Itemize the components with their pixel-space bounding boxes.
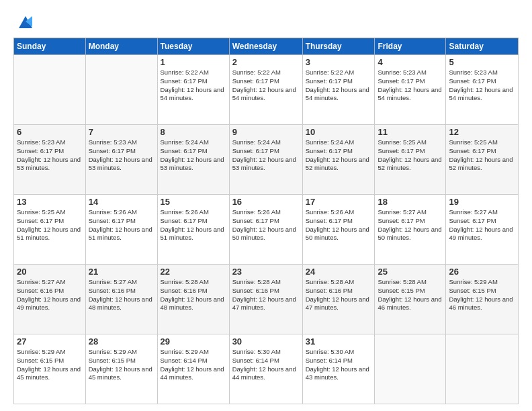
- col-header-friday: Friday: [375, 38, 446, 55]
- day-info: Sunrise: 5:28 AM Sunset: 6:16 PM Dayligh…: [306, 278, 372, 312]
- day-cell: 28Sunrise: 5:29 AM Sunset: 6:15 PM Dayli…: [85, 334, 157, 404]
- day-number: 12: [449, 127, 515, 137]
- day-info: Sunrise: 5:22 AM Sunset: 6:17 PM Dayligh…: [161, 68, 226, 103]
- day-number: 10: [306, 127, 372, 137]
- day-cell: 27Sunrise: 5:29 AM Sunset: 6:15 PM Dayli…: [14, 334, 86, 404]
- day-info: Sunrise: 5:22 AM Sunset: 6:17 PM Dayligh…: [306, 68, 372, 103]
- day-number: 5: [449, 57, 515, 67]
- col-header-tuesday: Tuesday: [157, 38, 229, 55]
- day-number: 18: [378, 197, 443, 207]
- day-info: Sunrise: 5:29 AM Sunset: 6:14 PM Dayligh…: [161, 348, 226, 382]
- day-number: 31: [306, 336, 372, 347]
- day-info: Sunrise: 5:24 AM Sunset: 6:17 PM Dayligh…: [232, 138, 300, 173]
- day-info: Sunrise: 5:23 AM Sunset: 6:17 PM Dayligh…: [449, 68, 515, 103]
- day-cell: 11Sunrise: 5:25 AM Sunset: 6:17 PM Dayli…: [375, 125, 446, 195]
- day-cell: 8Sunrise: 5:24 AM Sunset: 6:17 PM Daylig…: [157, 125, 229, 195]
- day-number: 28: [89, 336, 154, 347]
- day-cell: 30Sunrise: 5:30 AM Sunset: 6:14 PM Dayli…: [229, 334, 302, 404]
- day-number: 27: [17, 336, 83, 347]
- calendar-header-row: SundayMondayTuesdayWednesdayThursdayFrid…: [14, 38, 519, 55]
- day-cell: 13Sunrise: 5:25 AM Sunset: 6:17 PM Dayli…: [14, 195, 86, 265]
- day-number: 13: [17, 197, 83, 207]
- day-info: Sunrise: 5:24 AM Sunset: 6:17 PM Dayligh…: [161, 138, 226, 173]
- day-info: Sunrise: 5:30 AM Sunset: 6:14 PM Dayligh…: [306, 348, 372, 382]
- day-cell: 7Sunrise: 5:23 AM Sunset: 6:17 PM Daylig…: [85, 125, 157, 195]
- day-info: Sunrise: 5:28 AM Sunset: 6:16 PM Dayligh…: [161, 278, 226, 312]
- day-cell: 5Sunrise: 5:23 AM Sunset: 6:17 PM Daylig…: [446, 55, 519, 125]
- day-cell: 15Sunrise: 5:26 AM Sunset: 6:17 PM Dayli…: [157, 195, 229, 265]
- day-cell: 23Sunrise: 5:28 AM Sunset: 6:16 PM Dayli…: [229, 265, 302, 334]
- day-info: Sunrise: 5:28 AM Sunset: 6:15 PM Dayligh…: [378, 278, 443, 312]
- day-cell: 6Sunrise: 5:23 AM Sunset: 6:17 PM Daylig…: [14, 125, 86, 195]
- day-cell: 2Sunrise: 5:22 AM Sunset: 6:17 PM Daylig…: [229, 55, 302, 125]
- week-row-3: 13Sunrise: 5:25 AM Sunset: 6:17 PM Dayli…: [14, 195, 519, 265]
- col-header-thursday: Thursday: [302, 38, 375, 55]
- day-info: Sunrise: 5:26 AM Sunset: 6:17 PM Dayligh…: [161, 208, 226, 242]
- day-info: Sunrise: 5:22 AM Sunset: 6:17 PM Dayligh…: [232, 68, 300, 103]
- day-cell: 19Sunrise: 5:27 AM Sunset: 6:17 PM Dayli…: [446, 195, 519, 265]
- day-info: Sunrise: 5:23 AM Sunset: 6:17 PM Dayligh…: [17, 138, 83, 173]
- day-number: 14: [89, 197, 154, 207]
- day-number: 19: [449, 197, 515, 207]
- day-info: Sunrise: 5:27 AM Sunset: 6:16 PM Dayligh…: [17, 278, 83, 312]
- day-number: 30: [232, 336, 300, 347]
- day-number: 11: [378, 127, 443, 137]
- logo: [13, 12, 35, 31]
- day-info: Sunrise: 5:29 AM Sunset: 6:15 PM Dayligh…: [17, 348, 83, 382]
- day-cell: 9Sunrise: 5:24 AM Sunset: 6:17 PM Daylig…: [229, 125, 302, 195]
- day-info: Sunrise: 5:25 AM Sunset: 6:17 PM Dayligh…: [449, 138, 515, 173]
- day-info: Sunrise: 5:26 AM Sunset: 6:17 PM Dayligh…: [306, 208, 372, 242]
- day-number: 6: [17, 127, 83, 137]
- day-cell: 24Sunrise: 5:28 AM Sunset: 6:16 PM Dayli…: [302, 265, 375, 334]
- week-row-2: 6Sunrise: 5:23 AM Sunset: 6:17 PM Daylig…: [14, 125, 519, 195]
- day-number: 4: [378, 57, 443, 67]
- day-cell: 22Sunrise: 5:28 AM Sunset: 6:16 PM Dayli…: [157, 265, 229, 334]
- calendar-table: SundayMondayTuesdayWednesdayThursdayFrid…: [13, 38, 519, 404]
- day-number: 26: [449, 267, 515, 277]
- day-cell: 12Sunrise: 5:25 AM Sunset: 6:17 PM Dayli…: [446, 125, 519, 195]
- day-number: 20: [17, 267, 83, 277]
- day-number: 24: [306, 267, 372, 277]
- day-number: 23: [232, 267, 300, 277]
- day-number: 22: [161, 267, 226, 277]
- day-cell: 21Sunrise: 5:27 AM Sunset: 6:16 PM Dayli…: [85, 265, 157, 334]
- day-info: Sunrise: 5:27 AM Sunset: 6:16 PM Dayligh…: [89, 278, 154, 312]
- day-cell: [446, 334, 519, 404]
- day-cell: 3Sunrise: 5:22 AM Sunset: 6:17 PM Daylig…: [302, 55, 375, 125]
- day-cell: 1Sunrise: 5:22 AM Sunset: 6:17 PM Daylig…: [157, 55, 229, 125]
- day-number: 8: [161, 127, 226, 137]
- day-cell: [375, 334, 446, 404]
- day-number: 16: [232, 197, 300, 207]
- day-number: 1: [161, 57, 226, 67]
- day-number: 21: [89, 267, 154, 277]
- day-info: Sunrise: 5:26 AM Sunset: 6:17 PM Dayligh…: [89, 208, 154, 242]
- day-info: Sunrise: 5:25 AM Sunset: 6:17 PM Dayligh…: [17, 208, 83, 242]
- day-number: 17: [306, 197, 372, 207]
- day-number: 15: [161, 197, 226, 207]
- day-info: Sunrise: 5:29 AM Sunset: 6:15 PM Dayligh…: [89, 348, 154, 382]
- col-header-saturday: Saturday: [446, 38, 519, 55]
- day-info: Sunrise: 5:27 AM Sunset: 6:17 PM Dayligh…: [449, 208, 515, 242]
- day-info: Sunrise: 5:27 AM Sunset: 6:17 PM Dayligh…: [378, 208, 443, 242]
- day-number: 9: [232, 127, 300, 137]
- day-info: Sunrise: 5:23 AM Sunset: 6:17 PM Dayligh…: [89, 138, 154, 173]
- day-cell: 16Sunrise: 5:26 AM Sunset: 6:17 PM Dayli…: [229, 195, 302, 265]
- logo-icon: [16, 12, 35, 31]
- day-cell: 29Sunrise: 5:29 AM Sunset: 6:14 PM Dayli…: [157, 334, 229, 404]
- day-number: 25: [378, 267, 443, 277]
- day-cell: [85, 55, 157, 125]
- day-info: Sunrise: 5:23 AM Sunset: 6:17 PM Dayligh…: [378, 68, 443, 103]
- day-cell: 4Sunrise: 5:23 AM Sunset: 6:17 PM Daylig…: [375, 55, 446, 125]
- day-info: Sunrise: 5:30 AM Sunset: 6:14 PM Dayligh…: [232, 348, 300, 382]
- day-info: Sunrise: 5:26 AM Sunset: 6:17 PM Dayligh…: [232, 208, 300, 242]
- day-info: Sunrise: 5:29 AM Sunset: 6:15 PM Dayligh…: [449, 278, 515, 312]
- day-info: Sunrise: 5:25 AM Sunset: 6:17 PM Dayligh…: [378, 138, 443, 173]
- week-row-5: 27Sunrise: 5:29 AM Sunset: 6:15 PM Dayli…: [14, 334, 519, 404]
- week-row-4: 20Sunrise: 5:27 AM Sunset: 6:16 PM Dayli…: [14, 265, 519, 334]
- day-info: Sunrise: 5:28 AM Sunset: 6:16 PM Dayligh…: [232, 278, 300, 312]
- day-cell: 18Sunrise: 5:27 AM Sunset: 6:17 PM Dayli…: [375, 195, 446, 265]
- day-number: 7: [89, 127, 154, 137]
- day-cell: 14Sunrise: 5:26 AM Sunset: 6:17 PM Dayli…: [85, 195, 157, 265]
- week-row-1: 1Sunrise: 5:22 AM Sunset: 6:17 PM Daylig…: [14, 55, 519, 125]
- day-cell: 10Sunrise: 5:24 AM Sunset: 6:17 PM Dayli…: [302, 125, 375, 195]
